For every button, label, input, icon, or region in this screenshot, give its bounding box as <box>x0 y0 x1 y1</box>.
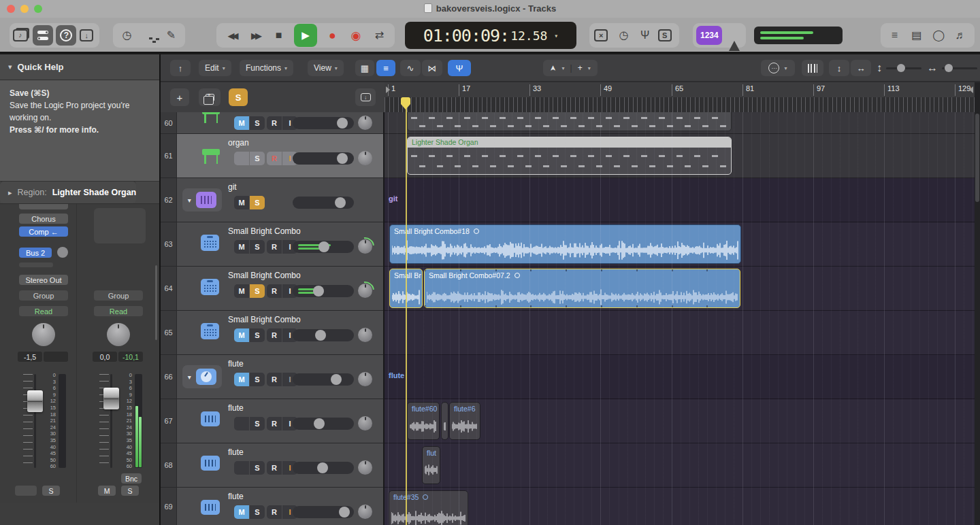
solo-button[interactable]: S <box>250 196 265 209</box>
solo-button[interactable]: S <box>250 240 265 254</box>
volume-slider[interactable] <box>293 418 354 430</box>
automation-mode-button[interactable]: Read <box>94 306 143 316</box>
send-slot-bus2[interactable]: Bus 2 <box>19 248 52 258</box>
record-button[interactable]: ● <box>325 29 341 41</box>
track-header-62[interactable]: 62 ▾ git M S <box>161 178 383 222</box>
audio-region-flute35[interactable]: flute#35 <box>389 490 468 525</box>
pointer-tool-icon[interactable]: ➤ <box>549 65 557 71</box>
edit-menu[interactable]: Edit▾ <box>199 60 231 76</box>
volume-slider[interactable] <box>293 241 354 253</box>
horizontal-zoom-slider[interactable]: ↔ <box>927 60 977 76</box>
volume-slider[interactable] <box>293 462 354 474</box>
import-icon[interactable]: ↓ <box>80 29 96 41</box>
solo-button[interactable]: S <box>250 505 265 519</box>
mute-button[interactable]: M <box>234 328 249 342</box>
track-header-60[interactable]: 60 M S R I <box>161 112 383 134</box>
inspector-toggle-icon[interactable] <box>33 25 53 46</box>
bar-ruler[interactable]: 1 17 33 49 65 81 97 113 129 <box>385 82 975 112</box>
region-inspector-header[interactable]: ▸ Region: Lighter Shade Organ <box>0 181 136 203</box>
solo-button[interactable]: S <box>250 116 265 130</box>
mute-button[interactable]: M <box>234 284 249 298</box>
play-button[interactable]: ▶ <box>294 24 317 47</box>
lane-track-68[interactable]: flut <box>385 443 975 488</box>
automation-mode-button[interactable]: Read <box>19 306 68 316</box>
media-browser-icon[interactable]: ♬ <box>953 30 969 41</box>
note-pads-icon[interactable]: ▤ <box>909 30 925 41</box>
record-enable-button[interactable]: R <box>267 152 282 165</box>
plugin-area-empty[interactable] <box>94 208 146 243</box>
inspector-scrollbar[interactable] <box>155 265 157 340</box>
lcd-display[interactable]: 01:00:09: 12.58 ▾ <box>405 22 576 49</box>
record-enable-button[interactable]: R <box>267 505 282 519</box>
record-enable-button[interactable]: R <box>267 417 282 430</box>
solo-button[interactable]: S <box>250 152 265 165</box>
loop-browser-icon[interactable]: ◯ <box>930 30 947 41</box>
pan-knob[interactable] <box>358 460 372 475</box>
record-enable-button[interactable]: R <box>267 461 282 475</box>
pan-knob[interactable] <box>358 116 372 130</box>
audio-region-combo18[interactable]: Small Bright Combo#18 <box>389 224 741 264</box>
volume-slider[interactable] <box>293 117 354 129</box>
record-enable-button[interactable]: R <box>267 284 282 298</box>
bounce-button[interactable]: Bnc <box>121 473 142 484</box>
waveform-zoom-button[interactable] <box>802 60 823 76</box>
rewind-button[interactable]: ◀◀ <box>224 31 240 40</box>
automation-curve-icon[interactable]: ∿ <box>400 60 421 76</box>
chevron-down-icon[interactable]: ▾ <box>588 65 591 71</box>
chevron-down-icon[interactable]: ▾ <box>562 65 565 71</box>
track-name[interactable]: flute <box>228 492 244 501</box>
send-slot-empty[interactable] <box>19 262 53 267</box>
mute-button[interactable] <box>15 486 37 496</box>
track-header-68[interactable]: 68 flute S R I <box>161 443 383 488</box>
track-name[interactable]: flute <box>228 403 244 413</box>
pan-value[interactable]: -1,5 <box>18 352 42 362</box>
quick-help-icon[interactable]: ? <box>56 25 76 46</box>
track-name[interactable]: git <box>228 182 237 192</box>
list-editors-icon[interactable]: ≡ <box>886 30 902 41</box>
mute-button[interactable]: M <box>234 373 249 386</box>
flex-icon[interactable]: Ψ <box>448 60 471 76</box>
solo-button[interactable]: S <box>250 461 265 475</box>
ruler-numbers-strip[interactable]: 1 17 33 49 65 81 97 113 129 <box>385 82 975 97</box>
command-click-tool-icon[interactable]: + <box>578 63 583 73</box>
plugin-slot-comp[interactable]: Comp ← <box>19 226 68 237</box>
pencil-editor-icon[interactable]: ✎ <box>163 30 180 41</box>
lane-track-60[interactable] <box>385 112 975 134</box>
pan-knob[interactable] <box>358 284 372 298</box>
lane-track-69[interactable]: flute#35 <box>385 488 975 525</box>
arrange-area[interactable]: Lighter Shade Organ git Small Bright Com… <box>385 112 975 525</box>
ruler-scroll-left-icon[interactable] <box>386 86 390 93</box>
vertical-auto-zoom-button[interactable]: ↕ <box>829 60 849 76</box>
pan-knob[interactable] <box>358 416 372 430</box>
stop-button[interactable]: ■ <box>271 30 287 41</box>
track-header-view-icon[interactable]: ≡ <box>376 60 395 76</box>
tuning-fork-icon[interactable]: Ψ <box>637 30 653 41</box>
count-in-button[interactable]: 1234 <box>696 26 722 45</box>
mute-button[interactable] <box>234 461 249 475</box>
track-stack-toggle[interactable]: ▾ <box>182 365 222 388</box>
collapse-tracks-button[interactable]: ↓ <box>355 88 376 106</box>
scrollbar-thumb[interactable] <box>975 114 979 202</box>
volume-slider[interactable] <box>293 152 354 165</box>
track-header-66[interactable]: 66 ▾ flute M S R I <box>161 355 383 399</box>
record-enable-button[interactable]: R <box>267 373 282 386</box>
fader-handle[interactable] <box>27 390 43 412</box>
add-track-button[interactable]: + <box>170 88 189 106</box>
cycle-button[interactable]: ⇄ <box>372 30 388 41</box>
volume-slider[interactable] <box>293 329 354 341</box>
pan-knob[interactable] <box>358 372 372 386</box>
track-header-64[interactable]: 64 Small Bright Combo M S R I <box>161 267 383 311</box>
mute-button[interactable]: M <box>234 505 249 519</box>
volume-slider[interactable] <box>293 373 354 386</box>
track-header-69[interactable]: 69 flute M S R I <box>161 488 383 525</box>
quick-help-header[interactable]: ▾ Quick Help <box>0 54 159 80</box>
lane-track-66-flute-stack[interactable]: flute <box>385 355 975 399</box>
pan-value[interactable]: 0,0 <box>93 352 117 362</box>
lane-track-62-git-stack[interactable]: git <box>385 178 975 222</box>
lcd-chevron-icon[interactable]: ▾ <box>554 32 558 39</box>
fader-handle[interactable] <box>103 388 119 409</box>
ruler-ticks-strip[interactable] <box>385 97 975 112</box>
tuner-icon[interactable]: ◷ <box>119 30 135 41</box>
tempo-gauge-icon[interactable]: ◷ <box>615 30 632 41</box>
track-stack-toggle[interactable]: ▾ <box>182 188 222 211</box>
